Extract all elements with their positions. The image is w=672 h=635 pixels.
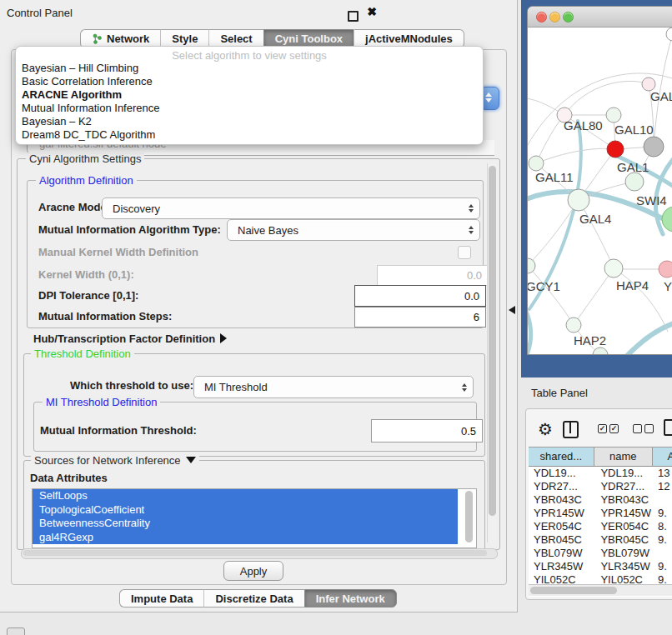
algorithm-option[interactable]: Mutual Information Inference [18, 102, 481, 115]
uncheck-all-icon[interactable] [633, 424, 656, 439]
algorithm-option[interactable]: Bayesian – Hill Climbing [18, 62, 481, 75]
hub-definition-expander[interactable]: Hub/Transcription Factor Definition [33, 332, 227, 345]
table-cell[interactable]: YIL052C [529, 573, 590, 584]
table-cell[interactable]: 9. [651, 573, 672, 584]
attribute-item[interactable]: BetweennessCentrality [33, 517, 458, 531]
minimize-window-icon[interactable] [549, 12, 560, 22]
network-node-gal10[interactable] [606, 108, 621, 122]
network-node[interactable] [593, 348, 608, 354]
network-node[interactable] [666, 28, 672, 41]
table-cell[interactable]: YBR043C [529, 493, 590, 507]
check-all-icon[interactable]: ✓✓ [598, 424, 621, 439]
close-panel-icon[interactable]: ✖ [367, 5, 377, 18]
network-window-titlebar[interactable] [528, 7, 672, 28]
table-row[interactable]: YBL079WYBL079W [529, 547, 672, 560]
table-cell[interactable]: YPR145W [529, 507, 590, 520]
table-cell[interactable]: YDR27... [529, 480, 590, 493]
table-cell[interactable]: YPR145W [590, 507, 651, 520]
tab-infer-network[interactable]: Infer Network [304, 589, 397, 608]
settings-horizontal-scrollbar[interactable] [21, 548, 498, 559]
table-cell[interactable]: 9. [651, 507, 672, 520]
table-cell[interactable]: YER054C [529, 520, 590, 533]
table-cell[interactable]: 9. [651, 533, 672, 547]
table-cell[interactable]: YDL19... [590, 467, 651, 480]
mi-algorithm-type-combo[interactable]: Naive Bayes [227, 219, 480, 241]
table-row[interactable]: YDR27...YDR27...12 [529, 480, 672, 493]
table-row[interactable]: YBR043CYBR043C [529, 493, 672, 507]
network-node-hap2[interactable] [566, 318, 581, 332]
network-canvas[interactable]: GALGAL80GAL10GAL1SWI4GAL11GAL4GCY1HAP4YH… [528, 28, 672, 354]
table-row[interactable]: YER054CYER054C8. [529, 520, 672, 533]
algorithm-option[interactable]: Bayesian – K2 [18, 115, 481, 128]
table-cell[interactable] [651, 493, 672, 507]
table-cell[interactable]: YBL079W [590, 547, 651, 560]
network-node-gal11[interactable] [529, 156, 544, 171]
column-header-shared...[interactable]: shared... [529, 448, 594, 466]
float-window-icon[interactable] [348, 11, 359, 22]
table-cell[interactable]: 9. [651, 560, 672, 573]
tab-impute-data[interactable]: Impute Data [119, 589, 203, 608]
table-cell[interactable]: 12 [651, 480, 672, 493]
mi-steps-input[interactable]: 6 [354, 307, 486, 328]
sources-group-title[interactable]: Sources for Network Inference [31, 454, 199, 467]
network-edge[interactable] [579, 200, 614, 268]
network-edge[interactable] [574, 268, 614, 325]
network-edge[interactable] [536, 148, 615, 163]
manual-kernel-width-checkbox[interactable] [458, 246, 471, 259]
table-cell[interactable]: YBR045C [590, 533, 651, 547]
algorithm-option[interactable]: Basic Correlation Inference [18, 75, 481, 88]
close-window-icon[interactable] [536, 12, 547, 22]
column-header-name[interactable]: name [594, 448, 653, 466]
table-row[interactable]: YLR345WYLR345W9. [529, 560, 672, 573]
table-cell[interactable]: 8. [651, 520, 672, 533]
network-node-hap4[interactable] [604, 259, 623, 278]
attributes-scrollbar[interactable] [465, 491, 474, 544]
column-header-A[interactable]: A [653, 448, 672, 466]
network-node-y[interactable] [659, 261, 672, 278]
network-node-gal4[interactable] [568, 189, 589, 211]
zoom-window-icon[interactable] [563, 12, 574, 22]
table-cell[interactable]: YLR345W [590, 560, 651, 573]
network-node-gcy1[interactable] [528, 258, 535, 273]
table-row[interactable]: YDL19...YDL19...13 [529, 467, 672, 480]
network-node-gal1[interactable] [607, 141, 624, 158]
settings-vertical-scrollbar[interactable] [487, 163, 497, 542]
table-cell[interactable]: YBR045C [529, 533, 590, 547]
table-row[interactable]: YPR145WYPR145W9. [529, 507, 672, 520]
network-node[interactable] [662, 207, 672, 232]
dpi-tolerance-input[interactable]: 0.0 [354, 285, 486, 307]
which-threshold-combo[interactable]: MI Threshold [193, 376, 474, 398]
table-row[interactable]: YIL052CYIL052C9. [529, 573, 672, 584]
attribute-item[interactable]: SelfLoops [33, 489, 458, 503]
table-cell[interactable]: YDL19... [529, 467, 590, 480]
table-cell[interactable]: 13 [651, 467, 672, 480]
network-edge[interactable] [564, 81, 649, 115]
table-horizontal-scrollbar[interactable] [529, 584, 672, 596]
network-edge[interactable] [536, 115, 564, 163]
table-cell[interactable]: YLR345W [529, 560, 590, 573]
data-attributes-list[interactable]: SelfLoopsTopologicalCoefficientBetweenne… [32, 488, 477, 548]
algorithm-option[interactable]: Dream8 DC_TDC Algorithm [18, 128, 481, 142]
table-cell[interactable]: YIL052C [590, 573, 651, 584]
network-edge[interactable] [528, 200, 579, 266]
aracne-mode-combo[interactable]: Discovery [102, 198, 480, 219]
network-node-swi4[interactable] [625, 172, 644, 191]
gear-icon[interactable]: ⚙ [538, 419, 553, 439]
mi-threshold-input[interactable]: 0.5 [371, 419, 483, 442]
tab-discretize-data[interactable]: Discretize Data [203, 589, 303, 608]
kernel-width-input[interactable]: 0.0 [377, 265, 489, 286]
apply-button[interactable]: Apply [223, 561, 283, 581]
attribute-item[interactable]: gal4RGexp [33, 531, 458, 545]
table-cell[interactable]: YBL079W [529, 547, 590, 560]
table-cell[interactable]: YDR27... [590, 480, 651, 493]
algorithm-option[interactable]: ARACNE Algorithm [18, 88, 481, 102]
minimized-panel-icon[interactable] [7, 628, 25, 635]
network-node[interactable] [644, 137, 664, 157]
table-cell[interactable]: YBR043C [590, 493, 651, 507]
split-columns-icon[interactable] [563, 421, 579, 438]
attribute-item[interactable]: TopologicalCoefficient [33, 503, 458, 518]
document-icon[interactable] [664, 419, 672, 436]
table-row[interactable]: YBR045CYBR045C9. [529, 533, 672, 547]
table-cell[interactable] [651, 547, 672, 560]
table-cell[interactable]: YER054C [590, 520, 651, 533]
